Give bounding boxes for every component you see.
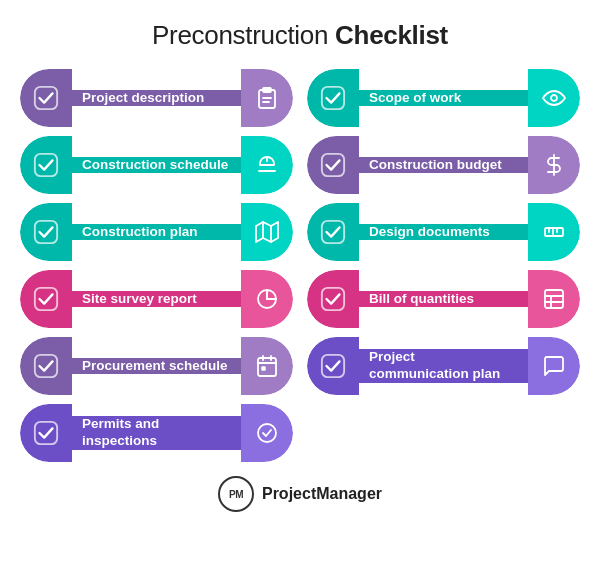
spreadsheet-icon (528, 270, 580, 328)
checklist-item: Design documents (307, 203, 580, 261)
footer: PM ProjectManager (218, 476, 382, 512)
check-icon (20, 337, 72, 395)
check-circle-icon (241, 404, 293, 462)
svg-rect-5 (35, 154, 57, 176)
svg-rect-22 (322, 154, 344, 176)
check-icon (20, 203, 72, 261)
check-icon (20, 69, 72, 127)
item-label: Construction budget (359, 157, 528, 174)
item-label: Project description (72, 90, 241, 107)
logo: PM (218, 476, 254, 512)
svg-rect-20 (322, 87, 344, 109)
check-icon (20, 404, 72, 462)
right-column: Scope of work Construction budget Design… (307, 69, 580, 462)
svg-rect-30 (545, 290, 563, 308)
checklist-item: Scope of work (307, 69, 580, 127)
svg-rect-34 (322, 355, 344, 377)
checklist-item: Permits and inspections (20, 404, 293, 462)
svg-rect-17 (262, 367, 265, 370)
ruler-icon (528, 203, 580, 261)
pie-chart-icon (241, 270, 293, 328)
clipboard-icon (241, 69, 293, 127)
svg-rect-25 (545, 228, 563, 236)
svg-rect-13 (258, 358, 276, 376)
check-icon (307, 136, 359, 194)
item-label: Construction plan (72, 224, 241, 241)
page-title: Preconstruction Checklist (152, 20, 448, 51)
checklist-item: Construction budget (307, 136, 580, 194)
item-label: Scope of work (359, 90, 528, 107)
checklist-columns: Project description Construction schedul… (20, 69, 580, 462)
checklist-item: Construction schedule (20, 136, 293, 194)
hardhat-icon (241, 136, 293, 194)
check-icon (307, 203, 359, 261)
svg-point-19 (258, 424, 276, 442)
company-name: ProjectManager (262, 485, 382, 503)
checklist-item: Project communication plan (307, 337, 580, 395)
check-icon (20, 136, 72, 194)
map-icon (241, 203, 293, 261)
item-label: Procurement schedule (72, 358, 241, 375)
item-label: Design documents (359, 224, 528, 241)
check-icon (307, 69, 359, 127)
svg-rect-29 (322, 288, 344, 310)
checklist-item: Project description (20, 69, 293, 127)
left-column: Project description Construction schedul… (20, 69, 293, 462)
svg-rect-7 (35, 221, 57, 243)
dollar-icon (528, 136, 580, 194)
svg-rect-11 (35, 288, 57, 310)
svg-rect-18 (35, 422, 57, 444)
item-label: Bill of quantities (359, 291, 528, 308)
item-label: Project communication plan (359, 349, 528, 383)
svg-rect-12 (35, 355, 57, 377)
item-label: Permits and inspections (72, 416, 241, 450)
check-icon (307, 337, 359, 395)
checklist-item: Construction plan (20, 203, 293, 261)
svg-rect-0 (35, 87, 57, 109)
calendar-icon (241, 337, 293, 395)
checklist-item: Site survey report (20, 270, 293, 328)
checklist-item: Bill of quantities (307, 270, 580, 328)
checklist-item: Procurement schedule (20, 337, 293, 395)
item-label: Site survey report (72, 291, 241, 308)
eye-icon (528, 69, 580, 127)
svg-rect-24 (322, 221, 344, 243)
chat-icon (528, 337, 580, 395)
svg-marker-8 (256, 222, 278, 242)
check-icon (20, 270, 72, 328)
svg-point-21 (551, 95, 557, 101)
item-label: Construction schedule (72, 157, 241, 174)
check-icon (307, 270, 359, 328)
